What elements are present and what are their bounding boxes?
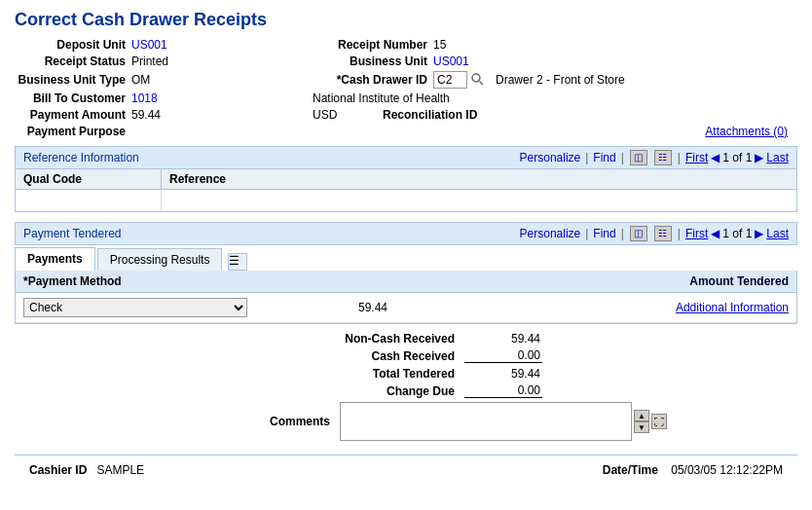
comments-expand-icon[interactable]: ⛶ bbox=[651, 414, 667, 429]
search-icon[interactable] bbox=[470, 72, 486, 88]
scroll-down-btn[interactable]: ▼ bbox=[634, 421, 649, 433]
reference-grid-header: Qual Code Reference bbox=[16, 169, 796, 190]
bill-to-customer-value: 1018 bbox=[131, 91, 158, 105]
reference-find[interactable]: Find bbox=[593, 151, 615, 164]
receipt-status-value: Printed bbox=[131, 55, 168, 68]
cash-received-row: Cash Received 0.00 bbox=[15, 348, 797, 363]
business-unit-type-value: OM bbox=[131, 73, 150, 87]
deposit-unit-group: Deposit Unit US001 bbox=[15, 38, 287, 52]
payment-grid: *Payment Method Amount Tendered Check Ca… bbox=[15, 271, 797, 324]
payment-amount-value: 59.44 bbox=[131, 108, 161, 122]
cashier-id-value: SAMPLE bbox=[96, 463, 144, 477]
comments-textarea[interactable] bbox=[340, 402, 632, 441]
non-cash-label: Non-Cash Received bbox=[270, 332, 464, 346]
currency-value: USD bbox=[313, 108, 337, 122]
reference-header: Reference bbox=[162, 169, 356, 189]
total-tendered-value: 59.44 bbox=[464, 367, 542, 381]
comments-label: Comments bbox=[145, 415, 340, 428]
form-row-6: Payment Purpose Attachments (0) bbox=[15, 125, 797, 138]
receipt-status-label: Receipt Status bbox=[15, 55, 131, 68]
reference-nav: First ◀ 1 of 1 ▶ Last bbox=[685, 151, 789, 164]
payment-view-icon[interactable]: ◫ bbox=[630, 226, 647, 241]
cashier-info: Cashier ID SAMPLE bbox=[29, 463, 144, 477]
customer-name: National Institute of Health bbox=[313, 91, 450, 105]
header-form: Deposit Unit US001 Receipt Number 15 Rec… bbox=[15, 38, 797, 138]
cash-drawer-id-input[interactable] bbox=[433, 71, 467, 89]
payment-section-title: Payment Tendered bbox=[23, 227, 122, 240]
footer-divider bbox=[15, 455, 797, 455]
reference-section-header: Reference Information Personalize | Find… bbox=[15, 146, 797, 169]
comments-input-wrap: ▲ ▼ ⛶ bbox=[340, 402, 667, 441]
customer-name-group: National Institute of Health bbox=[313, 91, 450, 105]
form-row-5: Payment Amount 59.44 USD Reconciliation … bbox=[15, 108, 797, 122]
non-cash-value: 59.44 bbox=[464, 332, 542, 346]
payment-personalize[interactable]: Personalize bbox=[520, 227, 581, 240]
reference-nav-info: 1 of 1 bbox=[722, 151, 752, 164]
reference-last-btn[interactable]: Last bbox=[766, 151, 789, 164]
comments-row: Comments ▲ ▼ ⛶ bbox=[15, 402, 797, 441]
payment-prev-btn[interactable]: ◀ bbox=[711, 227, 720, 240]
form-row-1: Deposit Unit US001 Receipt Number 15 bbox=[15, 38, 797, 52]
payment-controls: Personalize | Find | ◫ ☷ | First ◀ 1 of … bbox=[520, 226, 789, 241]
scroll-up-btn[interactable]: ▲ bbox=[634, 410, 649, 421]
payment-purpose-label: Payment Purpose bbox=[15, 125, 131, 138]
reconciliation-id-label: Reconciliation ID bbox=[366, 108, 483, 122]
non-cash-row: Non-Cash Received 59.44 bbox=[15, 332, 797, 346]
scroll-buttons: ▲ ▼ bbox=[634, 410, 649, 433]
datetime-value: 05/03/05 12:12:22PM bbox=[671, 463, 783, 477]
receipt-status-group: Receipt Status Printed bbox=[15, 55, 287, 68]
reference-personalize[interactable]: Personalize bbox=[520, 151, 581, 164]
cash-received-label: Cash Received bbox=[270, 349, 464, 363]
receipt-number-value: 15 bbox=[433, 38, 446, 52]
business-unit-group: Business Unit US001 bbox=[307, 55, 469, 68]
cash-received-value: 0.00 bbox=[464, 348, 542, 363]
bill-to-customer-label: Bill To Customer bbox=[15, 91, 131, 105]
payment-grid-header: *Payment Method Amount Tendered bbox=[16, 271, 796, 293]
amount-cell: 59.44 bbox=[278, 301, 395, 314]
cashier-id-label: Cashier ID bbox=[29, 463, 87, 477]
payment-section-header: Payment Tendered Personalize | Find | ◫ … bbox=[15, 222, 797, 245]
payment-next-btn[interactable]: ▶ bbox=[755, 227, 763, 240]
additional-info-link[interactable]: Additional Information bbox=[395, 301, 796, 314]
page-title: Correct Cash Drawer Receipts bbox=[0, 0, 812, 38]
receipt-number-label: Receipt Number bbox=[307, 38, 433, 52]
payment-amount-group: Payment Amount 59.44 bbox=[15, 108, 287, 122]
total-tendered-row: Total Tendered 59.44 bbox=[15, 367, 797, 381]
svg-point-0 bbox=[472, 74, 480, 82]
reference-next-btn[interactable]: ▶ bbox=[755, 151, 763, 164]
payment-purpose-group: Payment Purpose bbox=[15, 125, 287, 138]
reference-section-title: Reference Information bbox=[23, 151, 139, 164]
tab-payments[interactable]: Payments bbox=[15, 247, 95, 271]
receipt-number-group: Receipt Number 15 bbox=[307, 38, 446, 52]
tab-processing-results[interactable]: Processing Results bbox=[97, 248, 223, 271]
reference-grid-icon[interactable]: ☷ bbox=[654, 150, 672, 165]
currency-reconciliation-group: USD Reconciliation ID bbox=[313, 108, 483, 122]
reference-prev-btn[interactable]: ◀ bbox=[711, 151, 720, 164]
reference-view-icon[interactable]: ◫ bbox=[630, 150, 647, 165]
total-tendered-label: Total Tendered bbox=[270, 367, 464, 381]
deposit-unit-value: US001 bbox=[131, 38, 167, 52]
svg-line-1 bbox=[480, 82, 484, 86]
payment-first-btn[interactable]: First bbox=[685, 227, 708, 240]
cash-drawer-id-label: *Cash Drawer ID bbox=[307, 73, 433, 87]
datetime-label: Date/Time bbox=[603, 463, 658, 477]
form-row-2: Receipt Status Printed Business Unit US0… bbox=[15, 55, 797, 68]
payment-method-select[interactable]: Check Cash Credit Card bbox=[23, 298, 247, 317]
reference-controls: Personalize | Find | ◫ ☷ | First ◀ 1 of … bbox=[520, 150, 789, 165]
reference-cell bbox=[162, 190, 356, 211]
business-unit-type-label: Business Unit Type bbox=[15, 73, 131, 87]
payment-last-btn[interactable]: Last bbox=[766, 227, 789, 240]
payment-find[interactable]: Find bbox=[593, 227, 615, 240]
payment-method-cell: Check Cash Credit Card bbox=[16, 296, 278, 319]
qual-code-header: Qual Code bbox=[16, 169, 162, 189]
payment-tabs-row: Payments Processing Results ☰ bbox=[15, 247, 797, 271]
payment-nav: First ◀ 1 of 1 ▶ Last bbox=[685, 227, 789, 240]
change-due-value: 0.00 bbox=[464, 383, 542, 398]
reference-first-btn[interactable]: First bbox=[685, 151, 708, 164]
payment-nav-info: 1 of 1 bbox=[722, 227, 752, 240]
payment-grid-icon[interactable]: ☷ bbox=[654, 226, 672, 241]
change-due-label: Change Due bbox=[270, 384, 464, 398]
deposit-unit-label: Deposit Unit bbox=[15, 38, 131, 52]
tab-settings-icon[interactable]: ☰ bbox=[228, 253, 247, 271]
attachments-link[interactable]: Attachments (0) bbox=[705, 125, 788, 138]
